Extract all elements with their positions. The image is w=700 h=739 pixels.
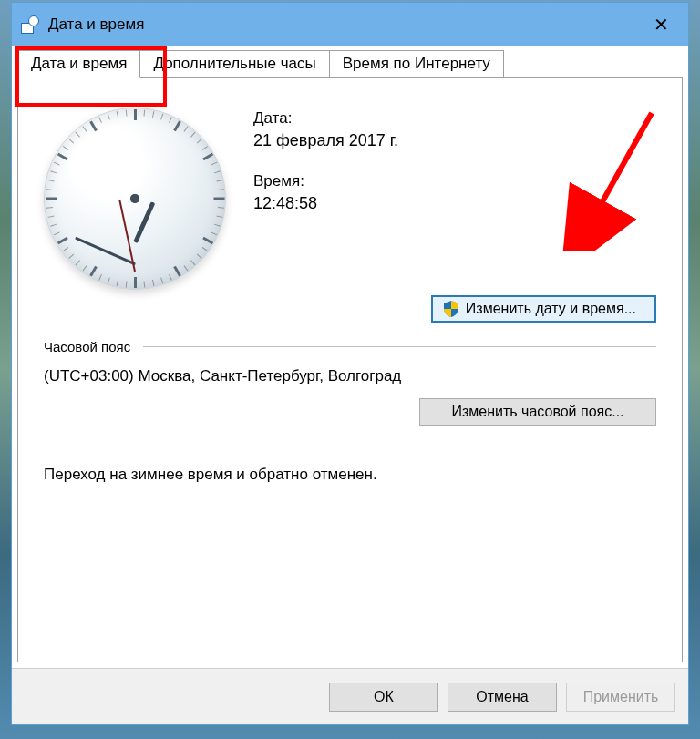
titlebar[interactable]: Дата и время ✕	[12, 3, 688, 46]
window-title: Дата и время	[48, 15, 144, 34]
datetime-info: Дата: 21 февраля 2017 г. Время: 12:48:58	[253, 104, 398, 290]
date-value: 21 февраля 2017 г.	[253, 131, 398, 150]
timezone-section-header: Часовой пояс	[44, 339, 656, 354]
cancel-button[interactable]: Отмена	[448, 683, 557, 712]
divider	[143, 346, 656, 347]
tab-additional-clocks[interactable]: Дополнительные часы	[139, 50, 329, 78]
tab-internet-time[interactable]: Время по Интернету	[329, 50, 504, 78]
apply-button[interactable]: Применить	[566, 683, 675, 712]
time-value: 12:48:58	[253, 194, 398, 213]
change-date-time-button[interactable]: Изменить дату и время...	[431, 295, 656, 323]
change-date-time-label: Изменить дату и время...	[466, 301, 636, 317]
change-timezone-button[interactable]: Изменить часовой пояс...	[419, 398, 656, 426]
analog-clock	[44, 108, 226, 290]
dialog-footer: ОК Отмена Применить	[12, 668, 688, 724]
ok-button[interactable]: ОК	[329, 683, 438, 712]
time-label: Время:	[253, 172, 398, 190]
date-label: Дата:	[253, 109, 398, 128]
tab-panel-date-and-time: Дата: 21 февраля 2017 г. Время: 12:48:58…	[17, 77, 683, 662]
dst-note: Переход на зимнее время и обратно отмене…	[44, 466, 656, 484]
dialog-window: Дата и время ✕ Дата и время Дополнительн…	[11, 2, 689, 725]
timezone-section-label: Часовой пояс	[44, 339, 130, 354]
date-time-icon	[21, 15, 39, 34]
close-button[interactable]: ✕	[633, 3, 688, 46]
timezone-value: (UTC+03:00) Москва, Санкт-Петербург, Вол…	[44, 367, 656, 385]
uac-shield-icon	[444, 301, 458, 317]
tab-date-and-time[interactable]: Дата и время	[17, 50, 140, 78]
tab-strip: Дата и время Дополнительные часы Время п…	[12, 46, 688, 78]
